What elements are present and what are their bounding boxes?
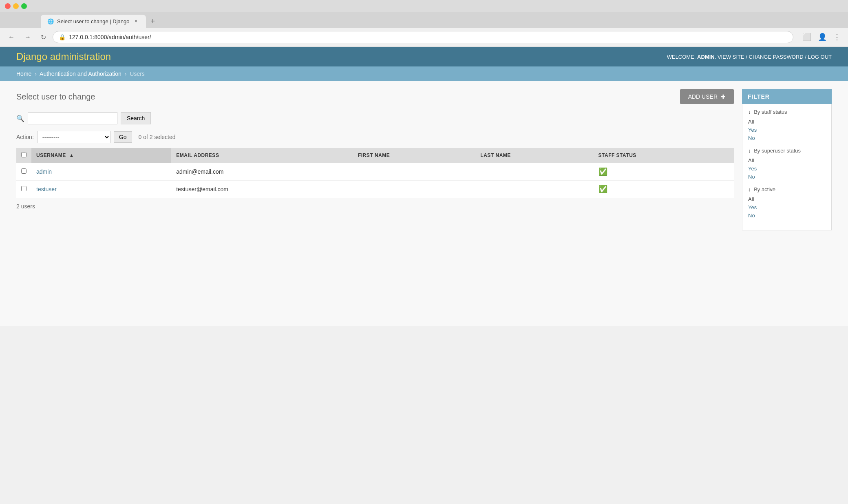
tab-favicon-icon: 🌐 (47, 18, 54, 24)
firstname-cell-admin (353, 163, 475, 181)
filter-sidebar: FILTER ↓ By staff status All Yes No ↓ By… (742, 89, 832, 318)
row-checkbox-admin[interactable] (21, 168, 26, 174)
user-profile-button[interactable]: 👤 (815, 31, 829, 43)
filter-active-all-link[interactable]: All (748, 196, 754, 202)
plus-icon: ✚ (721, 93, 726, 100)
forward-button[interactable]: → (21, 32, 34, 42)
lock-icon: 🔒 (59, 34, 66, 40)
maximize-button[interactable] (21, 3, 27, 9)
browser-titlebar (0, 0, 848, 12)
close-button[interactable] (5, 3, 11, 9)
filter-superuser-yes-link[interactable]: Yes (748, 166, 757, 172)
sidebar-toggle-button[interactable]: ⬜ (800, 31, 814, 43)
filter-staff-no-link[interactable]: No (748, 135, 755, 141)
selected-count: 0 of 2 selected (139, 134, 176, 140)
action-label: Action: (16, 134, 34, 140)
table-row: admin admin@email.com ✅ (16, 163, 734, 181)
back-button[interactable]: ← (5, 32, 18, 42)
logout-link[interactable]: LOG OUT (808, 54, 832, 60)
staffstatus-cell-testuser: ✅ (594, 181, 734, 198)
filter-arrow-icon: ↓ (748, 109, 751, 115)
lastname-header[interactable]: LAST NAME (475, 148, 593, 163)
url-text: 127.0.0.1:8000/admin/auth/user/ (69, 34, 151, 40)
browser-actions: ⬜ 👤 ⋮ (800, 31, 843, 43)
filter-staff-title: ↓ By staff status (748, 109, 826, 115)
row-checkbox-testuser[interactable] (21, 186, 26, 191)
staffstatus-header[interactable]: STAFF STATUS (594, 148, 734, 163)
staff-status-check-icon: ✅ (598, 168, 607, 176)
email-header[interactable]: EMAIL ADDRESS (171, 148, 353, 163)
go-button[interactable]: Go (114, 131, 132, 143)
filter-staff-no: No (748, 135, 826, 141)
action-bar: Action: --------- Go 0 of 2 selected (16, 131, 734, 143)
filter-active-all: All (748, 196, 826, 202)
breadcrumb-sep-1: › (35, 71, 37, 77)
user-link-testuser[interactable]: testuser (36, 186, 57, 192)
filter-superuser-yes: Yes (748, 165, 826, 172)
tab-title: Select user to change | Django (57, 18, 130, 24)
view-site-link[interactable]: VIEW SITE (718, 54, 744, 60)
page-title: Select user to change (16, 92, 95, 102)
add-user-button[interactable]: ADD USER ✚ (680, 89, 734, 104)
filter-active-no-link[interactable]: No (748, 212, 755, 219)
content-wrapper: Select user to change ADD USER ✚ 🔍 Searc… (0, 81, 848, 326)
address-bar[interactable]: 🔒 127.0.0.1:8000/admin/auth/user/ (53, 31, 793, 43)
filter-staff-all: All (748, 118, 826, 125)
filter-superuser-all-link[interactable]: All (748, 157, 754, 164)
new-tab-button[interactable]: + (148, 15, 159, 27)
change-password-link[interactable]: CHANGE PASSWORD (749, 54, 804, 60)
tab-close-icon[interactable]: × (133, 18, 139, 24)
filter-superuser-no: No (748, 173, 826, 180)
refresh-button[interactable]: ↻ (38, 32, 49, 43)
filter-staff-yes: Yes (748, 126, 826, 133)
select-all-checkbox[interactable] (21, 152, 26, 157)
filter-arrow-superuser-icon: ↓ (748, 148, 751, 154)
firstname-cell-testuser (353, 181, 475, 198)
firstname-header[interactable]: FIRST NAME (353, 148, 475, 163)
filter-staff-all-link[interactable]: All (748, 119, 754, 125)
breadcrumb-sep-2: › (125, 71, 127, 77)
active-tab[interactable]: 🌐 Select user to change | Django × (41, 15, 146, 28)
breadcrumb-section[interactable]: Authentication and Authorization (40, 71, 121, 77)
filter-active-yes-link[interactable]: Yes (748, 204, 757, 210)
browser-chrome: 🌐 Select user to change | Django × + ← →… (0, 0, 848, 47)
row-checkbox-cell (16, 181, 31, 198)
filter-header: FILTER (742, 89, 832, 104)
search-input[interactable] (28, 112, 117, 124)
search-icon: 🔍 (16, 115, 24, 122)
table-row: testuser testuser@email.com ✅ (16, 181, 734, 198)
staffstatus-cell-admin: ✅ (594, 163, 734, 181)
username-header[interactable]: USERNAME ▲ (31, 148, 171, 163)
filter-active-no: No (748, 212, 826, 219)
staff-status-check-icon: ✅ (598, 185, 607, 193)
filter-arrow-active-icon: ↓ (748, 186, 751, 192)
admin-username: ADMIN (697, 54, 715, 60)
menu-button[interactable]: ⋮ (831, 31, 843, 43)
minimize-button[interactable] (13, 3, 19, 9)
welcome-text: WELCOME, (667, 54, 696, 60)
search-button[interactable]: Search (121, 112, 151, 124)
lastname-cell-admin (475, 163, 593, 181)
header-right: WELCOME, ADMIN. VIEW SITE / CHANGE PASSW… (667, 54, 832, 60)
filter-section: ↓ By staff status All Yes No ↓ By superu… (742, 104, 832, 230)
user-link-admin[interactable]: admin (36, 168, 52, 175)
table-header-row: USERNAME ▲ EMAIL ADDRESS FIRST NAME LAST… (16, 148, 734, 163)
filter-superuser-all: All (748, 157, 826, 164)
email-cell-testuser: testuser@email.com (171, 181, 353, 198)
django-admin-title: Django administration (16, 51, 111, 62)
breadcrumb-home[interactable]: Home (16, 71, 31, 77)
browser-nav: ← → ↻ 🔒 127.0.0.1:8000/admin/auth/user/ … (0, 28, 848, 47)
username-cell-testuser: testuser (31, 181, 171, 198)
traffic-lights (5, 3, 27, 9)
users-count: 2 users (16, 203, 734, 210)
email-cell-admin: admin@email.com (171, 163, 353, 181)
django-admin-header: Django administration WELCOME, ADMIN. VI… (0, 47, 848, 66)
filter-staff-yes-link[interactable]: Yes (748, 127, 757, 133)
browser-tab-bar: 🌐 Select user to change | Django × + (0, 12, 848, 28)
select-all-header (16, 148, 31, 163)
user-table: USERNAME ▲ EMAIL ADDRESS FIRST NAME LAST… (16, 148, 734, 198)
action-dropdown[interactable]: --------- (37, 131, 110, 143)
search-section: 🔍 Search (16, 112, 734, 124)
filter-superuser-no-link[interactable]: No (748, 174, 755, 180)
sort-arrow-icon: ▲ (69, 153, 74, 158)
